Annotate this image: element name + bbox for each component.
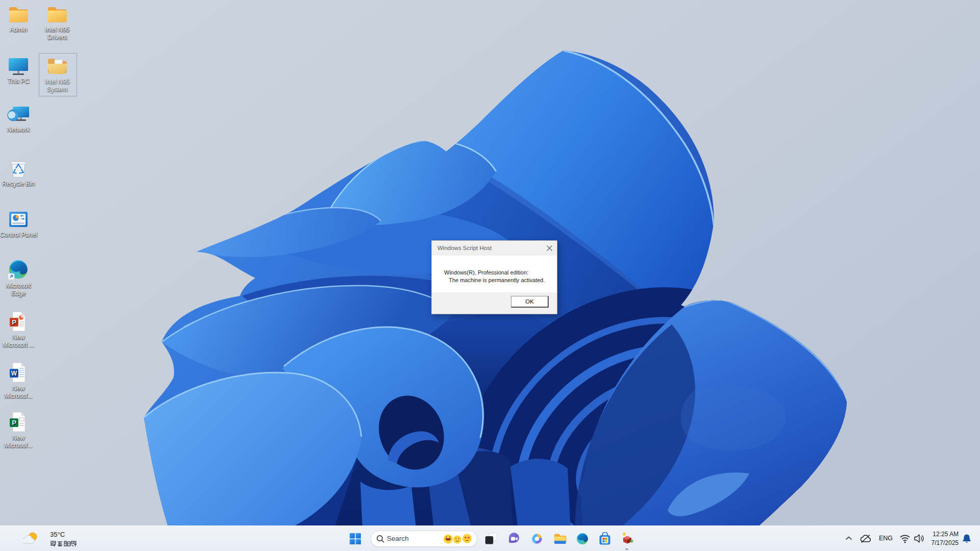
svg-text:P: P [12, 419, 16, 427]
svg-text:W: W [11, 370, 17, 377]
svg-text:P: P [12, 318, 16, 326]
